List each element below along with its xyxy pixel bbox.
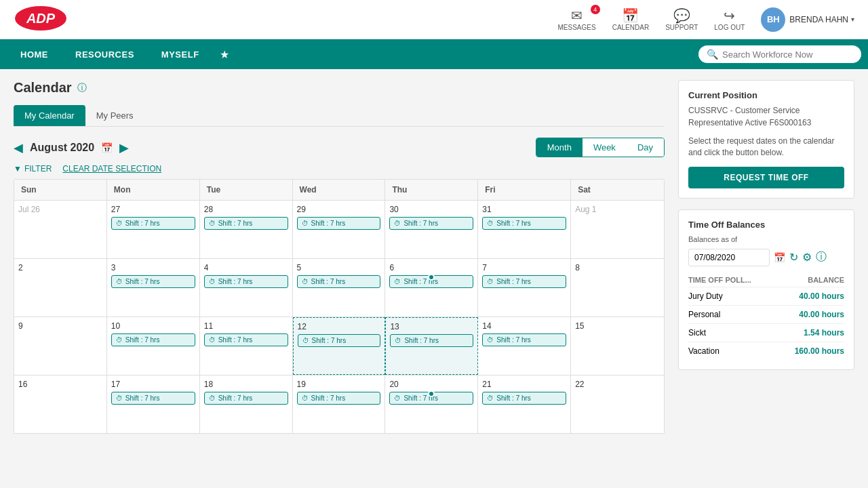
time-off-balance: 1.54 hours — [775, 323, 844, 342]
logout-icon: ↪ — [724, 7, 735, 24]
shift-badge[interactable]: ⏱Shift : 7 hrs — [111, 392, 195, 405]
search-input[interactable] — [722, 49, 851, 60]
balances-date-input[interactable] — [688, 249, 770, 266]
calendar-cell[interactable]: 2 — [14, 259, 107, 317]
calendar-cell[interactable]: 4⏱Shift : 7 hrs — [200, 259, 293, 317]
clock-icon: ⏱ — [209, 220, 216, 227]
refresh-icon[interactable]: ↻ — [789, 251, 798, 264]
support-icon: 💬 — [673, 7, 690, 24]
help-balance-icon[interactable]: ⓘ — [816, 250, 827, 264]
calendar-cell[interactable]: 7⏱Shift : 7 hrs — [478, 259, 571, 317]
adp-logo[interactable]: ADP — [14, 5, 68, 34]
table-row: Vacation160.00 hours — [688, 342, 844, 360]
tab-my-calendar[interactable]: My Calendar — [14, 105, 85, 126]
shift-badge[interactable]: ⏱Shift : 7 hrs — [297, 392, 381, 405]
shift-badge[interactable]: ⏱Shift : 7 hrs — [297, 275, 381, 288]
shift-badge[interactable]: ⏱Shift : 7 hrs — [204, 275, 288, 288]
shift-badge[interactable]: ⏱Shift : 7 hrs — [111, 217, 195, 230]
shift-badge[interactable]: ⏱Shift : 7 hrs — [204, 392, 288, 405]
messages-nav-icon[interactable]: ✉ 4 MESSAGES — [558, 7, 596, 31]
calendar-cell[interactable]: 28⏱Shift : 7 hrs — [200, 201, 293, 258]
calendar-cell[interactable]: 16 — [14, 375, 107, 433]
clear-date-button[interactable]: CLEAR DATE SELECTION — [62, 164, 161, 174]
cell-date-label: 4 — [204, 263, 288, 272]
calendar-nav-icon[interactable]: 📅 CALENDAR — [612, 7, 649, 31]
shift-badge[interactable]: ⏱Shift : 7 hrs — [204, 217, 288, 230]
calendar-cell[interactable]: 19⏱Shift : 7 hrs — [293, 375, 386, 433]
shift-label: Shift : 7 hrs — [311, 220, 346, 227]
next-month-button[interactable]: ▶ — [119, 140, 129, 155]
logout-nav-icon[interactable]: ↪ LOG OUT — [714, 7, 745, 31]
calendar-cell[interactable]: 20⏱Shift : 7 hrs — [385, 375, 478, 433]
shift-badge[interactable]: ⏱Shift : 7 hrs — [111, 275, 195, 288]
shift-label: Shift : 7 hrs — [496, 336, 531, 344]
shift-badge[interactable]: ⏱Shift : 7 hrs — [297, 217, 381, 230]
calendar-tabs: My Calendar My Peers — [14, 105, 665, 127]
calendar-cell[interactable]: 12⏱Shift : 7 hrs — [293, 317, 386, 375]
calendar-cell[interactable]: 8 — [571, 259, 664, 317]
shift-label: Shift : 7 hrs — [218, 220, 253, 227]
calendar-cell[interactable]: Aug 1 — [571, 201, 664, 258]
cell-date-label: 21 — [482, 380, 566, 389]
calendar-cell[interactable]: 15 — [571, 317, 664, 375]
calendar-week-3: 1617⏱Shift : 7 hrs18⏱Shift : 7 hrs19⏱Shi… — [14, 375, 664, 433]
shift-label: Shift : 7 hrs — [404, 337, 439, 344]
shift-badge[interactable]: ⏱Shift : 7 hrs — [482, 392, 566, 405]
calendar-cell[interactable]: 18⏱Shift : 7 hrs — [200, 375, 293, 433]
time-off-balances-box: Time Off Balances Balances as of 📅 ↻ ⚙ ⓘ… — [678, 209, 854, 370]
page-title-area: Calendar ⓘ — [14, 80, 665, 96]
calendar-cell[interactable]: 6⏱Shift : 7 hrs — [385, 259, 478, 317]
prev-month-button[interactable]: ◀ — [14, 140, 23, 155]
calendar-cell[interactable]: 22 — [571, 375, 664, 433]
nav-favorites-star[interactable]: ★ — [213, 48, 236, 61]
shift-badge[interactable]: ⏱Shift : 7 hrs — [390, 334, 473, 347]
shift-label: Shift : 7 hrs — [125, 336, 160, 344]
nav-myself[interactable]: MYSELF — [148, 39, 213, 69]
calendar-cell[interactable]: 29⏱Shift : 7 hrs — [293, 201, 386, 258]
calendar-cell[interactable]: 27⏱Shift : 7 hrs — [107, 201, 200, 258]
nav-home[interactable]: HOME — [7, 39, 62, 69]
tab-my-peers[interactable]: My Peers — [85, 105, 144, 126]
calendar-cell[interactable]: 31⏱Shift : 7 hrs — [478, 201, 571, 258]
calendar-picker-icon[interactable]: 📅 — [101, 142, 113, 153]
current-position-box: Current Position CUSSRVC - Customer Serv… — [678, 80, 854, 199]
day-view-button[interactable]: Day — [627, 138, 664, 157]
shift-badge[interactable]: ⏱Shift : 7 hrs — [389, 217, 473, 230]
nav-resources[interactable]: RESOURCES — [62, 39, 148, 69]
calendar-cell[interactable]: 17⏱Shift : 7 hrs — [107, 375, 200, 433]
calendar-cell[interactable]: 21⏱Shift : 7 hrs — [478, 375, 571, 433]
shift-badge[interactable]: ⏱Shift : 7 hrs — [204, 333, 288, 346]
cell-date-label: 6 — [389, 263, 473, 272]
request-time-off-button[interactable]: REQUEST TIME OFF — [688, 167, 844, 188]
week-view-button[interactable]: Week — [583, 138, 627, 157]
month-view-button[interactable]: Month — [536, 138, 583, 157]
user-name: BRENDA HAHN — [789, 15, 848, 24]
date-picker-icon[interactable]: 📅 — [774, 252, 785, 263]
clock-icon: ⏱ — [487, 394, 494, 402]
help-icon[interactable]: ⓘ — [77, 82, 87, 94]
settings-icon[interactable]: ⚙ — [802, 251, 812, 264]
messages-badge: 4 — [591, 5, 600, 14]
support-nav-icon[interactable]: 💬 SUPPORT — [665, 7, 698, 31]
shift-badge[interactable]: ⏱Shift : 7 hrs — [482, 275, 566, 288]
user-profile[interactable]: BH BRENDA HAHN ▾ — [761, 7, 854, 32]
calendar-week-0: Jul 2627⏱Shift : 7 hrs28⏱Shift : 7 hrs29… — [14, 201, 664, 259]
calendar-cell[interactable]: 10⏱Shift : 7 hrs — [107, 317, 200, 375]
shift-badge[interactable]: ⏱Shift : 7 hrs — [482, 217, 566, 230]
calendar-cell[interactable]: 30⏱Shift : 7 hrs — [385, 201, 478, 258]
cell-date-label: 10 — [111, 321, 195, 331]
calendar-cell[interactable]: 11⏱Shift : 7 hrs — [200, 317, 293, 375]
calendar-cell[interactable]: 9 — [14, 317, 107, 375]
time-off-title: Time Off Balances — [688, 220, 844, 230]
time-off-table: TIME OFF POLL... BALANCE Jury Duty40.00 … — [688, 273, 844, 360]
calendar-cell[interactable]: 3⏱Shift : 7 hrs — [107, 259, 200, 317]
filter-button[interactable]: ▼ FILTER — [14, 164, 52, 174]
calendar-cell[interactable]: 5⏱Shift : 7 hrs — [293, 259, 386, 317]
calendar-cell[interactable]: 13⏱Shift : 7 hrs — [385, 317, 478, 375]
cell-date-label: 18 — [204, 380, 288, 389]
calendar-cell[interactable]: 14⏱Shift : 7 hrs — [478, 317, 571, 375]
calendar-cell[interactable]: Jul 26 — [14, 201, 107, 258]
shift-badge[interactable]: ⏱Shift : 7 hrs — [298, 334, 381, 347]
shift-badge[interactable]: ⏱Shift : 7 hrs — [482, 333, 566, 346]
shift-badge[interactable]: ⏱Shift : 7 hrs — [111, 333, 195, 346]
